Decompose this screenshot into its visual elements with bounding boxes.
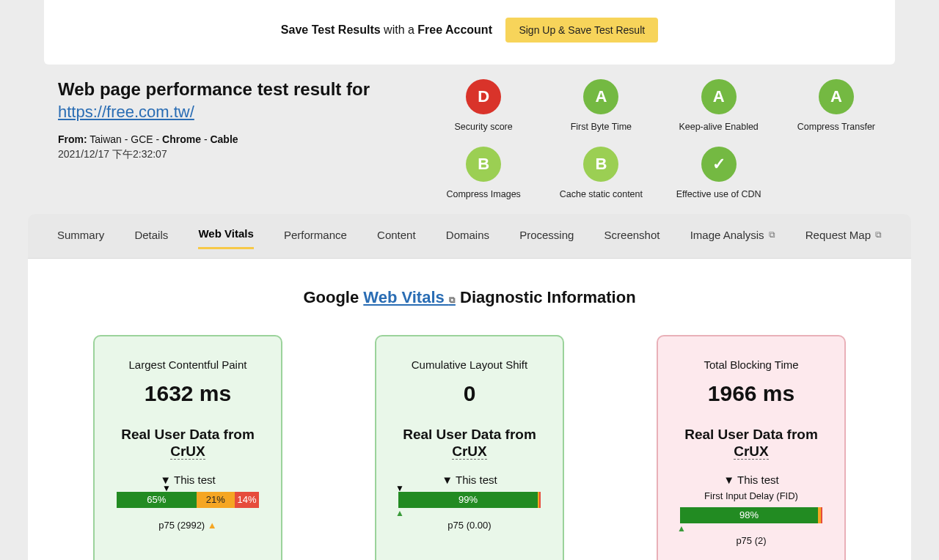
grade-badge: A bbox=[819, 79, 854, 114]
tab-screenshot[interactable]: Screenshot bbox=[604, 223, 660, 249]
grade-label: Compress Transfer bbox=[778, 122, 895, 132]
diag-suffix: Diagnostic Information bbox=[460, 288, 636, 306]
crux-abbr: CrUX bbox=[452, 443, 487, 460]
bar-track: 99% bbox=[398, 492, 541, 508]
this-test-label: ▼ This test bbox=[105, 474, 271, 486]
signup-button[interactable]: Sign Up & Save Test Result bbox=[505, 18, 658, 43]
grade-compress-transfer[interactable]: A Compress Transfer bbox=[778, 79, 895, 132]
crux-heading: Real User Data from CrUX bbox=[668, 427, 834, 460]
grade-badge: D bbox=[466, 79, 501, 114]
with-a: with a bbox=[381, 23, 418, 36]
metric-value: 0 bbox=[387, 381, 552, 406]
p75-label: p75 (2992) ▲ bbox=[105, 520, 271, 531]
tab-performance[interactable]: Performance bbox=[284, 223, 347, 249]
crux-bar: 98% ▲ bbox=[680, 507, 822, 523]
from-line: From: Taiwan - GCE - Chrome - Cable bbox=[58, 133, 395, 145]
grade-keep-alive[interactable]: A Keep-alive Enabled bbox=[660, 79, 778, 132]
save-banner: Save Test Results with a Free Account Si… bbox=[44, 0, 895, 65]
this-test-label: ▼ This test bbox=[387, 474, 552, 486]
bar-good: 98% bbox=[680, 507, 818, 523]
grade-badge: B bbox=[583, 147, 618, 182]
from-label: From: bbox=[58, 133, 87, 145]
page-title: Web page performance test result for bbox=[58, 79, 395, 100]
fid-note: First Input Delay (FID) bbox=[668, 490, 834, 501]
web-vitals-link[interactable]: Web Vitals ⧉ bbox=[363, 288, 456, 306]
metric-name: Largest Contentful Paint bbox=[105, 358, 271, 371]
grade-security-score[interactable]: D Security score bbox=[425, 79, 542, 132]
metric-name: Cumulative Layout Shift bbox=[387, 358, 552, 371]
crux-bar: ▼ 65% 21% 14% bbox=[117, 492, 259, 508]
grade-first-byte-time[interactable]: A First Byte Time bbox=[542, 79, 660, 132]
from-location: Taiwan - GCE - bbox=[87, 133, 162, 145]
tab-label: Request Map bbox=[805, 229, 871, 241]
tbt-card: Total Blocking Time 1966 ms Real User Da… bbox=[657, 335, 846, 560]
marker-bot-icon: ▲ bbox=[395, 508, 404, 518]
tab-label: Image Analysis bbox=[690, 229, 764, 241]
marker-top-icon: ▼ bbox=[395, 483, 404, 493]
bar-track: 65% 21% 14% bbox=[117, 492, 259, 508]
marker-bot-icon: ▲ bbox=[677, 523, 686, 534]
crux-heading: Real User Data from CrUX bbox=[105, 427, 271, 460]
grade-compress-images[interactable]: B Compress Images bbox=[425, 147, 542, 199]
crux-bar: ▼ 99% ▲ bbox=[398, 492, 541, 508]
crux-abbr: CrUX bbox=[734, 443, 769, 460]
bar-bad bbox=[821, 507, 822, 523]
marker-top-icon: ▼ bbox=[162, 483, 171, 493]
grade-label: Effective use of CDN bbox=[660, 189, 778, 199]
tab-summary[interactable]: Summary bbox=[57, 223, 104, 249]
from-browser: Chrome bbox=[162, 133, 201, 145]
metric-cards: Largest Contentful Paint 1632 ms Real Us… bbox=[65, 335, 874, 560]
save-text: Save Test Results bbox=[281, 23, 381, 36]
external-link-icon: ⧉ bbox=[449, 295, 456, 305]
web-vitals-panel: Google Web Vitals ⧉ Diagnostic Informati… bbox=[28, 259, 911, 560]
external-link-icon: ⧉ bbox=[769, 229, 775, 240]
tab-row: Summary Details Web Vitals Performance C… bbox=[28, 223, 911, 259]
crux-abbr: CrUX bbox=[170, 443, 205, 460]
tab-web-vitals[interactable]: Web Vitals bbox=[198, 223, 253, 249]
p75-label: p75 (2) bbox=[668, 535, 834, 546]
tab-details[interactable]: Details bbox=[134, 223, 168, 249]
diag-prefix: Google bbox=[303, 288, 363, 306]
bar-good: 99% bbox=[398, 492, 538, 508]
from-connection: Cable bbox=[210, 133, 238, 145]
cls-card: Cumulative Layout Shift 0 Real User Data… bbox=[375, 335, 564, 560]
tested-url-link[interactable]: https://free.com.tw/ bbox=[58, 103, 194, 121]
triangle-up-icon: ▲ bbox=[208, 520, 217, 531]
grade-label: First Byte Time bbox=[542, 122, 660, 132]
tab-content[interactable]: Content bbox=[377, 223, 416, 249]
result-header-left: Web page performance test result for htt… bbox=[58, 79, 395, 161]
tab-domains[interactable]: Domains bbox=[446, 223, 489, 249]
grade-badge: A bbox=[583, 79, 618, 114]
bar-bad bbox=[539, 492, 541, 508]
tab-request-map[interactable]: Request Map ⧉ bbox=[805, 223, 882, 249]
metric-name: Total Blocking Time bbox=[668, 358, 834, 371]
grade-badge: A bbox=[701, 79, 737, 114]
grade-grid: D Security score A First Byte Time A Kee… bbox=[425, 79, 895, 199]
grade-badge: B bbox=[466, 147, 501, 182]
tab-processing[interactable]: Processing bbox=[519, 223, 574, 249]
bar-ok: 21% bbox=[197, 492, 235, 508]
diagnostic-title: Google Web Vitals ⧉ Diagnostic Informati… bbox=[65, 288, 874, 307]
grade-label: Keep-alive Enabled bbox=[660, 122, 778, 132]
grade-cdn[interactable]: ✓ Effective use of CDN bbox=[660, 147, 778, 199]
lcp-card: Largest Contentful Paint 1632 ms Real Us… bbox=[93, 335, 282, 560]
grade-cache-static[interactable]: B Cache static content bbox=[542, 147, 660, 199]
metric-value: 1966 ms bbox=[668, 381, 834, 406]
free-account: Free Account bbox=[417, 23, 492, 36]
metric-value: 1632 ms bbox=[105, 381, 271, 406]
test-datetime: 2021/12/17 下午2:32:07 bbox=[58, 148, 395, 161]
grade-label: Compress Images bbox=[425, 189, 542, 199]
grade-label: Cache static content bbox=[542, 189, 660, 199]
p75-label: p75 (0.00) bbox=[387, 520, 552, 531]
this-test-label: ▼ This test bbox=[668, 474, 834, 486]
check-icon: ✓ bbox=[701, 147, 737, 182]
bar-track: 98% bbox=[680, 507, 822, 523]
crux-heading: Real User Data from CrUX bbox=[387, 427, 552, 460]
tabs-container: Summary Details Web Vitals Performance C… bbox=[28, 214, 911, 259]
bar-bad: 14% bbox=[235, 492, 259, 508]
from-dash: - bbox=[201, 133, 210, 145]
bar-good: 65% bbox=[117, 492, 197, 508]
tab-image-analysis[interactable]: Image Analysis ⧉ bbox=[690, 223, 775, 249]
result-header: Web page performance test result for htt… bbox=[58, 79, 895, 199]
external-link-icon: ⧉ bbox=[875, 229, 882, 240]
